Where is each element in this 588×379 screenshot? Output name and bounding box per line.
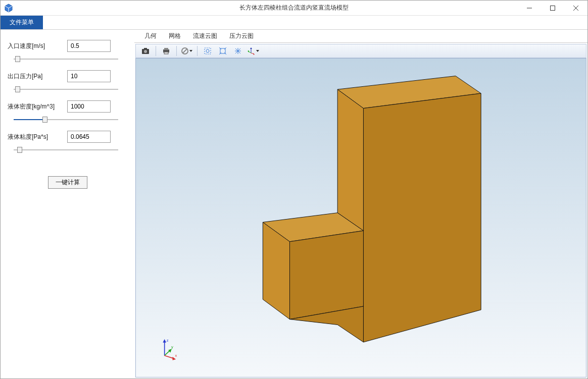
maximize-button[interactable] <box>541 1 564 15</box>
svg-rect-3 <box>551 6 555 10</box>
svg-marker-33 <box>337 89 363 231</box>
svg-marker-30 <box>248 50 249 52</box>
minimize-button[interactable] <box>518 1 541 15</box>
svg-rect-7 <box>144 48 147 49</box>
menubar: 文件菜单 <box>1 16 587 30</box>
toolbar-separator <box>156 46 156 56</box>
inlet-velocity-slider[interactable] <box>14 55 118 63</box>
reset-view-icon[interactable] <box>231 45 244 57</box>
zoom-box-icon[interactable] <box>201 45 214 57</box>
app-icon <box>4 3 14 13</box>
outlet-pressure-label: 出口压力[Pa] <box>8 72 63 81</box>
main: 入口速度[m/s] 出口压力[Pa] 液体密度[kg/m^3] <box>1 30 587 378</box>
svg-marker-26 <box>250 47 252 49</box>
viewer-panel: 几何 网格 流速云图 压力云图 <box>134 30 587 378</box>
svg-rect-11 <box>164 52 168 54</box>
axis-z-label: z <box>167 338 169 343</box>
parameter-panel: 入口速度[m/s] 出口压力[Pa] 液体密度[kg/m^3] <box>1 30 134 378</box>
outlet-pressure-slider[interactable] <box>14 85 118 93</box>
svg-line-45 <box>165 356 174 359</box>
outlet-pressure-input[interactable] <box>67 70 111 82</box>
tab-mesh[interactable]: 网格 <box>163 30 187 42</box>
window-title: 长方体左四棱柱组合流道内竖直流场模型 <box>1 4 587 12</box>
svg-marker-32 <box>363 93 481 342</box>
toolbar-separator <box>197 46 198 56</box>
clear-icon[interactable] <box>180 45 193 57</box>
inlet-velocity-input[interactable] <box>67 40 111 52</box>
window-controls <box>518 1 587 15</box>
svg-point-8 <box>144 50 147 53</box>
svg-rect-10 <box>164 48 168 50</box>
viewer-toolbar <box>135 44 586 58</box>
svg-marker-42 <box>163 339 166 343</box>
tab-geometry[interactable]: 几何 <box>138 30 163 42</box>
svg-point-15 <box>206 49 209 52</box>
axis-orient-icon[interactable] <box>247 45 260 57</box>
viewport-3d[interactable]: z y x <box>135 58 586 377</box>
param-liquid-viscosity: 液体粘度[Pa*s] <box>8 131 127 154</box>
liquid-density-input[interactable] <box>67 100 111 113</box>
liquid-viscosity-input[interactable] <box>67 131 111 143</box>
close-button[interactable] <box>564 1 587 15</box>
zoom-extents-icon[interactable] <box>216 45 229 57</box>
tab-pressure-cloud[interactable]: 压力云图 <box>223 30 260 42</box>
axis-y-label: y <box>171 345 173 349</box>
titlebar: 长方体左四棱柱组合流道内竖直流场模型 <box>1 1 587 16</box>
svg-line-13 <box>183 49 187 53</box>
inlet-velocity-label: 入口速度[m/s] <box>8 42 63 50</box>
param-inlet-velocity: 入口速度[m/s] <box>8 40 127 63</box>
svg-rect-14 <box>205 48 211 54</box>
calculate-button[interactable]: 一键计算 <box>48 176 87 189</box>
axis-x-label: x <box>175 353 177 358</box>
geometry-3d <box>136 59 586 377</box>
liquid-density-slider[interactable] <box>14 116 118 124</box>
tab-velocity-cloud[interactable]: 流速云图 <box>187 30 223 42</box>
print-icon[interactable] <box>160 45 173 57</box>
axis-triad: z y x <box>156 337 181 362</box>
liquid-density-label: 液体密度[kg/m^3] <box>8 102 63 111</box>
toolbar-separator <box>176 46 177 56</box>
screenshot-icon[interactable] <box>139 45 152 57</box>
view-tabs: 几何 网格 流速云图 压力云图 <box>134 30 587 43</box>
param-liquid-density: 液体密度[kg/m^3] <box>8 100 127 124</box>
file-menu[interactable]: 文件菜单 <box>1 16 43 29</box>
param-outlet-pressure: 出口压力[Pa] <box>8 70 127 93</box>
liquid-viscosity-label: 液体粘度[Pa*s] <box>8 133 63 141</box>
liquid-viscosity-slider[interactable] <box>14 146 118 154</box>
